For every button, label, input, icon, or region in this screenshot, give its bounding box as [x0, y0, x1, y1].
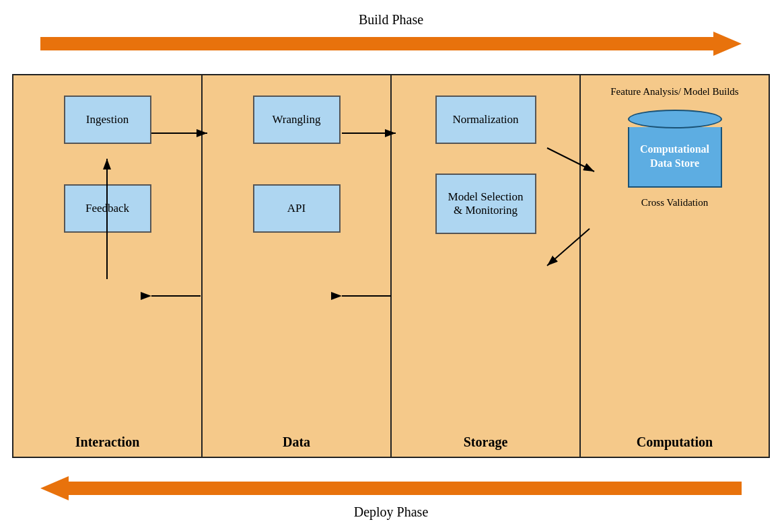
storage-panel-title: Storage — [392, 434, 579, 450]
build-phase-container: Build Phase — [40, 12, 742, 56]
deploy-phase-arrow — [40, 476, 742, 500]
build-phase-arrow-body — [40, 37, 715, 50]
cylinder-text: Computational Data Store — [629, 143, 721, 171]
data-panel-title: Data — [203, 434, 390, 450]
cylinder-body: Computational Data Store — [628, 127, 722, 188]
interaction-panel-title: Interaction — [13, 434, 201, 450]
api-box: API — [253, 184, 341, 233]
build-phase-arrow — [40, 32, 742, 56]
cylinder: Computational Data Store — [628, 110, 722, 188]
interaction-boxes: Ingestion Feedback — [20, 96, 194, 233]
feedback-box: Feedback — [64, 184, 151, 233]
computation-panel-title: Computation — [581, 434, 769, 450]
deploy-phase-arrow-head — [40, 476, 69, 500]
cylinder-top — [628, 110, 722, 128]
build-phase-label: Build Phase — [359, 12, 423, 28]
storage-boxes: Normalization Model Selection & Monitori… — [398, 96, 573, 234]
computational-data-store: Computational Data Store — [628, 110, 722, 188]
panel-computation: Feature Analysis/ Model Builds Computati… — [579, 74, 770, 458]
feature-analysis-label: Feature Analysis/ Model Builds — [610, 85, 738, 99]
panel-data: Wrangling API Data — [201, 74, 390, 458]
cross-validation-label: Cross Validation — [641, 196, 708, 210]
normalization-box: Normalization — [435, 96, 536, 144]
build-phase-arrow-head — [713, 32, 742, 56]
deploy-phase-label: Deploy Phase — [354, 504, 429, 520]
deploy-phase-container: Deploy Phase — [40, 476, 742, 520]
panel-storage: Normalization Model Selection & Monitori… — [390, 74, 579, 458]
panel-interaction: Ingestion Feedback Interaction — [12, 74, 201, 458]
model-selection-box: Model Selection & Monitoring — [435, 174, 536, 234]
diagram-wrapper: Build Phase Ingestion Feedback Interacti… — [0, 0, 782, 532]
wrangling-box: Wrangling — [253, 96, 341, 144]
data-boxes: Wrangling API — [209, 96, 384, 233]
deploy-phase-arrow-body — [67, 482, 742, 495]
ingestion-box: Ingestion — [64, 96, 151, 144]
panels-row: Ingestion Feedback Interaction Wrangling… — [12, 74, 770, 458]
